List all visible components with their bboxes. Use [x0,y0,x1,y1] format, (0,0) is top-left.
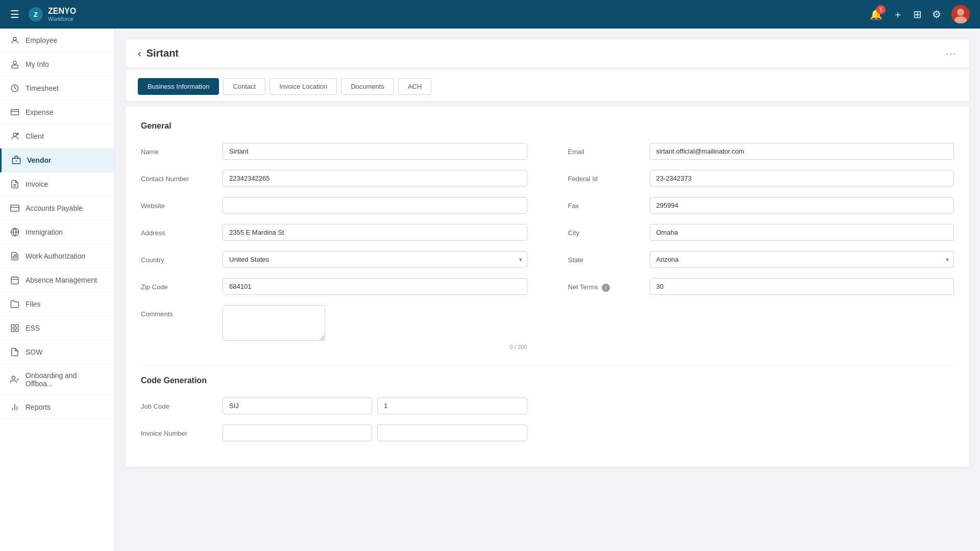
tab-business-information[interactable]: Business Information [138,78,219,95]
sidebar-item-onboarding[interactable]: Onboarding and Offboa... [0,364,114,395]
email-field-row: Email [568,143,954,160]
svg-point-5 [13,37,16,40]
expense-icon [10,108,19,117]
job-code-number-input[interactable] [377,397,527,414]
sidebar-label-client: Client [26,132,44,140]
main-content: ‹ Sirtant ··· Business Information Conta… [115,29,980,551]
city-input[interactable] [650,224,954,241]
sidebar-label-timesheet: Timesheet [26,84,59,92]
sidebar-item-files[interactable]: Files [0,292,114,316]
sidebar-label-ess: ESS [26,324,40,332]
section-divider [141,365,954,366]
contact-number-input[interactable] [223,170,527,187]
sidebar-item-myinfo[interactable]: My Info [0,53,114,77]
svg-rect-17 [11,205,19,211]
apps-grid-icon[interactable]: ⊞ [913,8,922,20]
sidebar-item-timesheet[interactable]: Timesheet [0,77,114,101]
settings-icon[interactable]: ⚙ [932,8,941,20]
sidebar-item-reports[interactable]: Reports [0,395,114,419]
svg-point-12 [16,133,19,135]
sidebar-label-expense: Expense [26,108,53,116]
back-button[interactable]: ‹ [138,47,141,59]
svg-point-6 [13,61,16,64]
net-terms-label: Net Terms i [568,278,650,292]
job-code-prefix-input[interactable] [223,397,372,414]
country-field-row: Country United States Canada Mexico Unit… [141,251,527,268]
comments-textarea[interactable] [223,305,325,341]
sidebar-item-absence-management[interactable]: Absence Management [0,268,114,292]
email-input[interactable] [650,143,954,160]
sidebar-label-files: Files [26,300,41,308]
sidebar-label-myinfo: My Info [26,60,49,68]
website-input[interactable] [223,197,527,214]
federal-id-field-row: Federal Id [568,170,954,187]
notification-badge: 5 [876,5,886,14]
ess-icon [10,323,19,333]
app-name: ZENYO [48,7,76,16]
name-label: Name [141,143,223,156]
svg-rect-27 [16,324,18,327]
sidebar-item-ess[interactable]: ESS [0,316,114,340]
tab-invoice-location[interactable]: Invoice Location [270,78,337,95]
sidebar-item-accounts-payable[interactable]: Accounts Payable [0,196,114,220]
sidebar-item-sow[interactable]: SOW [0,340,114,364]
job-code-inputs [223,397,527,414]
federal-id-label: Federal Id [568,170,650,183]
sidebar-label-immigration: Immigration [26,228,63,236]
sidebar-item-invoice[interactable]: Invoice [0,172,114,196]
user-avatar-img [951,5,970,23]
net-terms-info-icon[interactable]: i [602,284,610,292]
svg-rect-22 [11,277,18,284]
sidebar-label-vendor: Vendor [27,156,51,164]
sidebar-item-client[interactable]: Client [0,124,114,148]
svg-rect-9 [11,110,19,115]
hamburger-icon[interactable]: ☰ [10,8,19,20]
files-icon [10,299,19,309]
client-icon [10,132,19,141]
country-select[interactable]: United States Canada Mexico United Kingd… [223,251,527,268]
tab-ach[interactable]: ACH [398,78,431,95]
avatar[interactable] [951,5,970,23]
immigration-icon [10,228,19,237]
zip-code-input[interactable] [223,278,527,295]
website-label: Website [141,197,223,210]
sidebar-item-immigration[interactable]: Immigration [0,220,114,244]
state-label: State [568,251,650,264]
sidebar-label-employee: Employee [26,36,57,44]
sidebar-label-absence-management: Absence Management [26,276,97,284]
comments-label: Comments [141,305,223,318]
name-input[interactable] [223,143,527,160]
sidebar-item-expense[interactable]: Expense [0,101,114,124]
city-field-row: City [568,224,954,241]
contact-number-label: Contact Number [141,170,223,183]
sidebar-item-work-authorization[interactable]: Work Authorization [0,244,114,268]
state-select[interactable]: Arizona California Texas New York Florid… [650,251,954,268]
tab-documents[interactable]: Documents [341,78,394,95]
country-select-wrapper: United States Canada Mexico United Kingd… [223,251,527,268]
fax-field-row: Fax [568,197,954,214]
zip-code-label: Zip Code [141,278,223,291]
federal-id-input[interactable] [650,170,954,187]
invoice-number-label: Invoice Number [141,424,223,437]
invoice-number-prefix-input[interactable] [223,424,372,441]
sidebar-item-employee[interactable]: Employee [0,29,114,53]
invoice-number-value-input[interactable] [377,424,527,441]
notification-bell-icon[interactable]: 🔔 5 [870,8,883,20]
svg-point-11 [13,133,16,136]
address-input[interactable] [223,224,527,241]
job-code-field-row: Job Code [141,397,527,414]
more-options-button[interactable]: ··· [945,47,957,59]
layout: Employee My Info Timesheet Expense Clien… [0,29,980,551]
sidebar-item-vendor[interactable]: Vendor [0,148,114,172]
fax-input[interactable] [650,197,954,214]
vendor-icon [12,156,21,165]
work-auth-icon [10,252,19,261]
name-field-row: Name [141,143,527,160]
state-field-row: State Arizona California Texas New York … [568,251,954,268]
sidebar-label-accounts-payable: Accounts Payable [26,204,83,212]
address-label: Address [141,224,223,237]
net-terms-input[interactable] [650,278,954,295]
add-icon[interactable]: ＋ [893,8,903,21]
svg-rect-7 [12,65,18,68]
tab-contact[interactable]: Contact [223,78,265,95]
